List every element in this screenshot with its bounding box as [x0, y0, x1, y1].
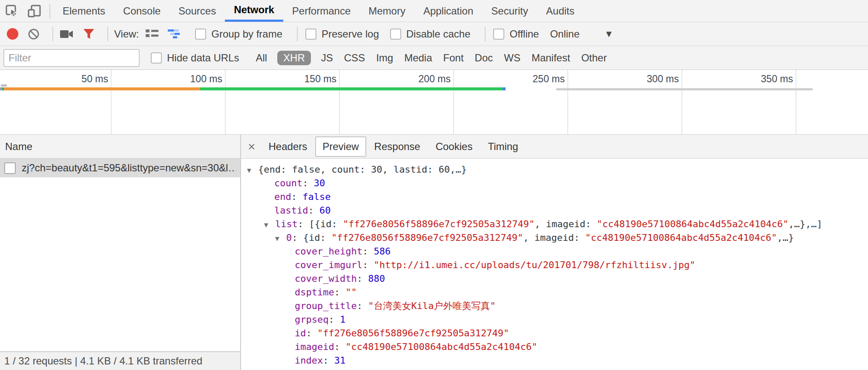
- json-key: imageid: [295, 341, 334, 352]
- json-text: :: [334, 341, 346, 352]
- resource-type-filter[interactable]: Img: [375, 51, 394, 65]
- main-tab-label: Elements: [63, 5, 105, 17]
- close-detail-icon[interactable]: ×: [248, 140, 256, 153]
- record-network-log-button[interactable]: [7, 28, 18, 40]
- main-tab-label: Sources: [178, 5, 216, 17]
- preserve-log-checkbox[interactable]: [305, 29, 316, 40]
- json-text: , imageid:: [535, 219, 597, 229]
- resource-type-filter[interactable]: Other: [581, 51, 608, 65]
- json-number: 586: [374, 246, 391, 257]
- request-checkbox[interactable]: [4, 162, 16, 174]
- json-string: "ff276e8056f58896e7cf92505a312749": [331, 232, 523, 243]
- json-text: :: [306, 328, 318, 338]
- clear-network-log-icon[interactable]: [28, 28, 40, 40]
- disable-cache-checkbox[interactable]: [390, 29, 401, 40]
- capture-screenshots-icon[interactable]: [60, 29, 74, 39]
- json-number: 60: [319, 205, 331, 216]
- inspect-element-icon[interactable]: [5, 4, 19, 18]
- filter-funnel-icon[interactable]: [83, 29, 95, 40]
- disclosure-triangle-icon[interactable]: ▼: [264, 218, 275, 232]
- toggle-device-toolbar-icon[interactable]: [27, 4, 42, 18]
- main-tab[interactable]: Console: [114, 0, 170, 22]
- tree-line: imageid: "cc48190e57100864abc4d55a2c4104…: [247, 340, 868, 354]
- group-by-frame-label: Group by frame: [211, 28, 282, 40]
- filter-input[interactable]: [3, 49, 140, 67]
- main-tab[interactable]: Memory: [359, 0, 414, 22]
- detail-tab[interactable]: Timing: [480, 136, 525, 157]
- detail-tab[interactable]: Headers: [262, 136, 315, 157]
- overview-waterfall-bar: [556, 88, 813, 90]
- tree-line: ▼list: [{id: "ff276e8056f58896e7cf92505a…: [247, 217, 868, 231]
- detail-tab[interactable]: Response: [367, 136, 428, 157]
- disable-cache-label: Disable cache: [406, 28, 471, 40]
- json-key: dsptime: [295, 287, 334, 298]
- tree-line: dsptime: "": [247, 286, 868, 299]
- resource-type-filter[interactable]: Doc: [474, 51, 494, 65]
- tree-line: lastid: 60: [247, 204, 868, 217]
- show-overview-waterfall-icon[interactable]: [168, 29, 181, 40]
- json-string: "": [345, 287, 357, 298]
- overview-waterfall-bar: [4, 87, 200, 90]
- disclosure-triangle-icon[interactable]: ▼: [247, 164, 258, 177]
- hide-data-urls-option: Hide data URLs: [151, 52, 239, 64]
- main-tab[interactable]: Sources: [170, 0, 225, 22]
- json-key: count: [274, 178, 302, 188]
- resource-type-filter[interactable]: Manifest: [531, 51, 571, 65]
- json-key: cover_imgurl: [295, 260, 362, 270]
- resource-type-filter[interactable]: Font: [443, 51, 465, 65]
- request-name: zj?ch=beauty&t1=595&listtype=new&sn=30&l…: [22, 162, 236, 174]
- resource-type-filter[interactable]: All: [255, 51, 268, 65]
- main-tab-label: Console: [123, 5, 161, 17]
- overview-waterfall-bar: [1, 84, 7, 87]
- hide-data-urls-checkbox[interactable]: [151, 52, 162, 64]
- throttling-dropdown-arrow-icon[interactable]: ▼: [604, 29, 614, 40]
- tree-line: grpseq: 1: [247, 313, 868, 327]
- json-text: : [{id:: [298, 219, 343, 229]
- detail-tabs: Headers Preview Response Cookies Timing: [262, 136, 526, 157]
- json-number: 1: [340, 314, 345, 325]
- json-text: :: [334, 287, 346, 298]
- disclosure-triangle-icon[interactable]: ▼: [275, 232, 286, 246]
- json-text: :: [328, 314, 340, 325]
- json-number: 31: [334, 355, 346, 366]
- json-key: 0: [286, 232, 292, 243]
- network-overview: 50 ms 100 ms 150 ms 200 ms 250 ms 300 ms…: [0, 70, 868, 135]
- tree-line: cover_height: 586: [247, 245, 868, 258]
- json-number: 880: [368, 273, 385, 284]
- request-row[interactable]: zj?ch=beauty&t1=595&listtype=new&sn=30&l…: [0, 159, 240, 177]
- resource-type-filter[interactable]: Media: [403, 51, 433, 65]
- network-filter-bar: Hide data URLs All XHR JS CSS Img Media …: [0, 46, 868, 70]
- json-key: cover_height: [295, 246, 362, 257]
- group-by-frame-checkbox[interactable]: [195, 29, 206, 40]
- offline-checkbox[interactable]: [493, 29, 504, 40]
- throttling-select[interactable]: Online: [550, 28, 579, 40]
- resource-type-filter[interactable]: JS: [320, 51, 334, 65]
- main-tabs: Elements Console Sources Network Perform…: [54, 0, 583, 22]
- json-string: "cc48190e57100864abc4d55a2c4104c6": [345, 341, 537, 352]
- json-text: ,…}: [777, 232, 794, 243]
- main-tab[interactable]: Elements: [54, 0, 114, 22]
- json-key: cover_width: [295, 273, 357, 284]
- detail-tab[interactable]: Preview: [315, 136, 366, 157]
- use-large-request-rows-icon[interactable]: [146, 29, 158, 40]
- resource-type-filter[interactable]: XHR: [277, 51, 311, 65]
- main-tab[interactable]: Performance: [283, 0, 359, 22]
- name-column-header[interactable]: Name: [5, 141, 32, 153]
- detail-tab-bar: × Headers Preview Response Cookies Timin…: [241, 135, 868, 159]
- json-string: "cc48190e57100864abc4d55a2c4104c6": [597, 219, 788, 229]
- resource-type-filter[interactable]: WS: [503, 51, 521, 65]
- preserve-log-option: Preserve log: [305, 28, 379, 40]
- json-key: lastid: [274, 205, 308, 216]
- detail-tab[interactable]: Cookies: [428, 136, 480, 157]
- main-tab[interactable]: Network: [225, 0, 283, 22]
- resource-type-filter[interactable]: CSS: [343, 51, 366, 65]
- main-tab[interactable]: Application: [414, 0, 482, 22]
- main-tab[interactable]: Audits: [537, 0, 583, 22]
- main-tab[interactable]: Security: [482, 0, 537, 22]
- tree-line: id: "ff276e8056f58896e7cf92505a312749": [247, 327, 868, 340]
- overview-bars: [0, 70, 868, 134]
- json-string: "cc48190e57100864abc4d55a2c4104c6": [585, 232, 777, 243]
- json-text: , imageid:: [523, 232, 585, 243]
- json-text: ,…},…]: [788, 219, 822, 229]
- json-key: group_title: [295, 301, 357, 311]
